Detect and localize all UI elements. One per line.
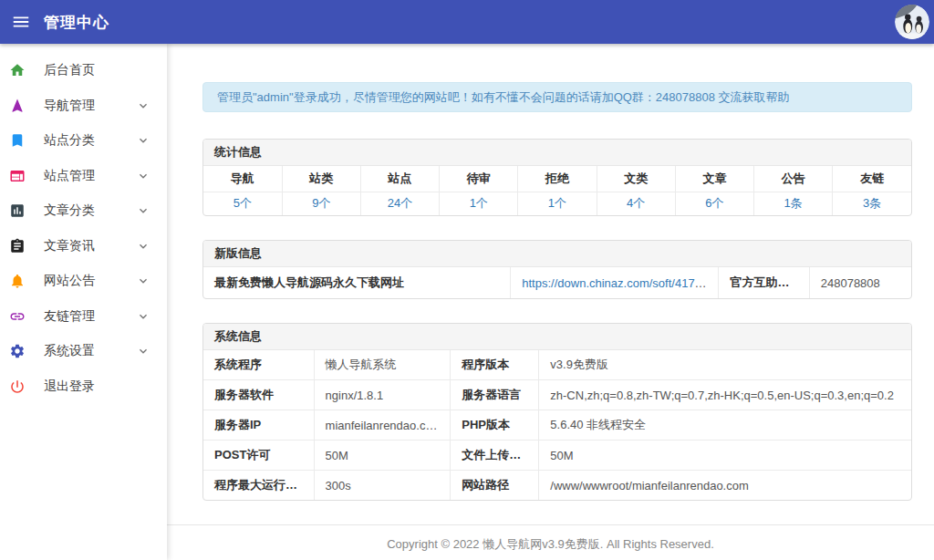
stats-column-header: 文类 <box>597 166 675 192</box>
sidebar-item-system-settings[interactable]: 系统设置 <box>0 334 167 369</box>
stats-column-header: 导航 <box>203 166 282 192</box>
version-panel: 新版信息 最新免费懒人导航源码永久下载网址 https://down.china… <box>202 240 912 299</box>
system-value-cell: /www/wwwroot/mianfeilanrendao.com <box>539 471 911 501</box>
hamburger-menu-icon[interactable] <box>0 0 42 44</box>
stats-column-header: 站点 <box>360 166 439 192</box>
link-icon <box>9 308 26 325</box>
download-link[interactable]: https://down.chinaz.com/soft/41740.htm <box>522 276 719 290</box>
bookmark-icon <box>9 132 26 149</box>
system-label-cell: PHP版本 <box>451 410 539 441</box>
system-table-row: 系统程序懒人导航系统程序版本v3.9免费版 <box>203 350 911 380</box>
sidebar-item-label: 站点管理 <box>44 168 136 184</box>
stats-column-header: 文章 <box>675 166 753 192</box>
copyright-footer: Copyright © 2022 懒人导航网v3.9免费版. All Right… <box>167 524 934 560</box>
stats-value-link[interactable]: 3条 <box>863 196 881 210</box>
navigation-icon <box>9 98 26 114</box>
stats-value-link[interactable]: 4个 <box>627 196 645 210</box>
chevron-down-icon <box>136 274 150 288</box>
sidebar-item-label: 文章资讯 <box>44 238 136 254</box>
version-table: 最新免费懒人导航源码永久下载网址 https://down.chinaz.com… <box>203 267 911 298</box>
bell-icon <box>9 273 26 289</box>
chevron-down-icon <box>136 239 150 254</box>
system-label-cell: 文件上传许可 <box>451 441 539 471</box>
chart-icon <box>9 202 26 219</box>
version-row: 最新免费懒人导航源码永久下载网址 https://down.chinaz.com… <box>203 267 911 298</box>
stats-value-cell: 4个 <box>597 192 675 215</box>
stats-column-header: 公告 <box>754 166 833 192</box>
chevron-down-icon <box>136 309 150 324</box>
power-icon <box>9 379 26 395</box>
stats-column-header: 友链 <box>833 166 911 192</box>
sidebar-item-label: 后台首页 <box>44 62 150 78</box>
sidebar-item-label: 友链管理 <box>44 308 136 325</box>
download-link-cell: https://down.chinaz.com/soft/41740.htm <box>511 267 719 298</box>
stats-panel-title: 统计信息 <box>203 140 911 166</box>
system-panel: 系统信息 系统程序懒人导航系统程序版本v3.9免费版服务器软件nginx/1.8… <box>202 323 912 501</box>
stats-value-link[interactable]: 24个 <box>388 196 412 210</box>
stats-value-link[interactable]: 6个 <box>705 196 723 210</box>
sidebar-item-site-category[interactable]: 站点分类 <box>0 123 167 159</box>
system-value-cell: 50M <box>314 441 451 471</box>
stats-value-link[interactable]: 1个 <box>470 196 488 210</box>
sidebar-item-site-manage[interactable]: 站点管理 <box>0 159 167 194</box>
app-layout: 后台首页导航管理站点分类站点管理文章分类文章资讯网站公告友链管理系统设置退出登录… <box>0 44 934 560</box>
sidebar-item-article-news[interactable]: 文章资讯 <box>0 229 167 264</box>
stats-value-cell: 6个 <box>675 192 753 215</box>
system-table-row: 程序最大运行时间300s网站路径/www/wwwroot/mianfeilanr… <box>203 471 911 501</box>
home-icon <box>9 62 26 78</box>
system-label-cell: 程序最大运行时间 <box>203 471 314 501</box>
stats-value-cell: 3条 <box>833 192 911 215</box>
chevron-down-icon <box>136 169 150 183</box>
chevron-down-icon <box>136 99 150 113</box>
system-label-cell: 服务器软件 <box>203 380 314 410</box>
avatar[interactable] <box>895 5 929 39</box>
stats-value-link[interactable]: 1个 <box>548 196 566 210</box>
sidebar-item-label: 导航管理 <box>44 98 136 114</box>
gear-icon <box>9 343 26 359</box>
sidebar-menu: 后台首页导航管理站点分类站点管理文章分类文章资讯网站公告友链管理系统设置退出登录 <box>0 53 167 404</box>
system-table: 系统程序懒人导航系统程序版本v3.9免费版服务器软件nginx/1.8.1服务器… <box>203 350 911 500</box>
main-area: 管理员"admin"登录成功，尽情管理您的网站吧！如有不懂不会问题的话请加QQ群… <box>167 44 934 560</box>
sidebar-item-home[interactable]: 后台首页 <box>0 53 167 88</box>
qq-number-cell: 248078808 <box>809 267 911 298</box>
stats-value-cell: 1个 <box>518 192 597 215</box>
system-label-cell: POST许可 <box>203 441 314 471</box>
sidebar-item-logout[interactable]: 退出登录 <box>0 369 167 405</box>
system-panel-title: 系统信息 <box>203 324 911 350</box>
system-value-cell: 5.6.40 非线程安全 <box>539 410 911 441</box>
system-value-cell: zh-CN,zh;q=0.8,zh-TW;q=0.7,zh-HK;q=0.5,e… <box>539 380 911 410</box>
chevron-down-icon <box>136 344 150 358</box>
sidebar: 后台首页导航管理站点分类站点管理文章分类文章资讯网站公告友链管理系统设置退出登录 <box>0 44 167 560</box>
stats-column-header: 站类 <box>282 166 360 192</box>
stats-value-row: 5个9个24个1个1个4个6个1条3条 <box>203 192 911 215</box>
system-value-cell: v3.9免费版 <box>539 350 911 380</box>
stats-value-link[interactable]: 9个 <box>312 196 330 210</box>
sidebar-item-nav-manage[interactable]: 导航管理 <box>0 88 167 124</box>
download-label-cell: 最新免费懒人导航源码永久下载网址 <box>203 267 511 298</box>
sidebar-item-friend-links[interactable]: 友链管理 <box>0 299 167 335</box>
stats-column-header: 待审 <box>440 166 518 192</box>
sidebar-item-site-notice[interactable]: 网站公告 <box>0 264 167 299</box>
stats-value-link[interactable]: 5个 <box>234 196 252 210</box>
system-value-cell: 50M <box>539 441 911 471</box>
stats-value-cell: 24个 <box>360 192 439 215</box>
stats-value-cell: 1条 <box>754 192 833 215</box>
version-panel-title: 新版信息 <box>203 241 911 267</box>
system-value-cell: mianfeilanrendao.com <box>314 410 451 441</box>
page-title: 管理中心 <box>44 12 109 33</box>
system-value-cell: 300s <box>314 471 451 501</box>
main-content: 管理员"admin"登录成功，尽情管理您的网站吧！如有不懂不会问题的话请加QQ群… <box>167 44 934 524</box>
sidebar-item-label: 系统设置 <box>44 343 136 359</box>
system-table-body: 系统程序懒人导航系统程序版本v3.9免费版服务器软件nginx/1.8.1服务器… <box>203 350 911 500</box>
login-success-alert: 管理员"admin"登录成功，尽情管理您的网站吧！如有不懂不会问题的话请加QQ群… <box>202 82 912 112</box>
stats-table: 导航站类站点待审拒绝文类文章公告友链 5个9个24个1个1个4个6个1条3条 <box>203 166 911 215</box>
system-value-cell: 懒人导航系统 <box>314 350 451 380</box>
chevron-down-icon <box>136 133 150 148</box>
clipboard-icon <box>9 238 26 254</box>
stats-panel: 统计信息 导航站类站点待审拒绝文类文章公告友链 5个9个24个1个1个4个6个1… <box>202 139 912 216</box>
stats-header-row: 导航站类站点待审拒绝文类文章公告友链 <box>203 166 911 192</box>
sidebar-item-article-category[interactable]: 文章分类 <box>0 193 167 229</box>
stats-value-link[interactable]: 1条 <box>784 196 803 210</box>
sidebar-item-label: 站点分类 <box>44 132 136 149</box>
system-table-row: 服务器IPmianfeilanrendao.comPHP版本5.6.40 非线程… <box>203 410 911 441</box>
